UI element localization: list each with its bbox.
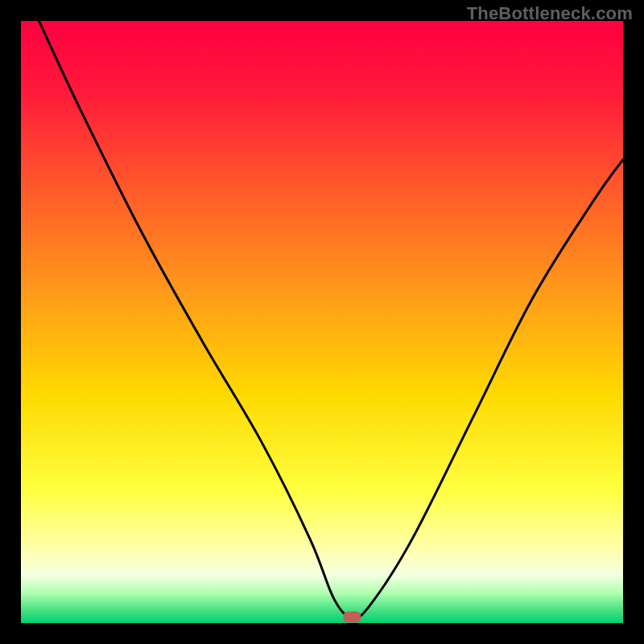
gradient-background [21, 21, 623, 623]
chart-frame: TheBottleneck.com [0, 0, 644, 644]
optimal-point-marker [343, 612, 361, 623]
chart-svg [21, 21, 623, 623]
plot-area [21, 21, 623, 623]
